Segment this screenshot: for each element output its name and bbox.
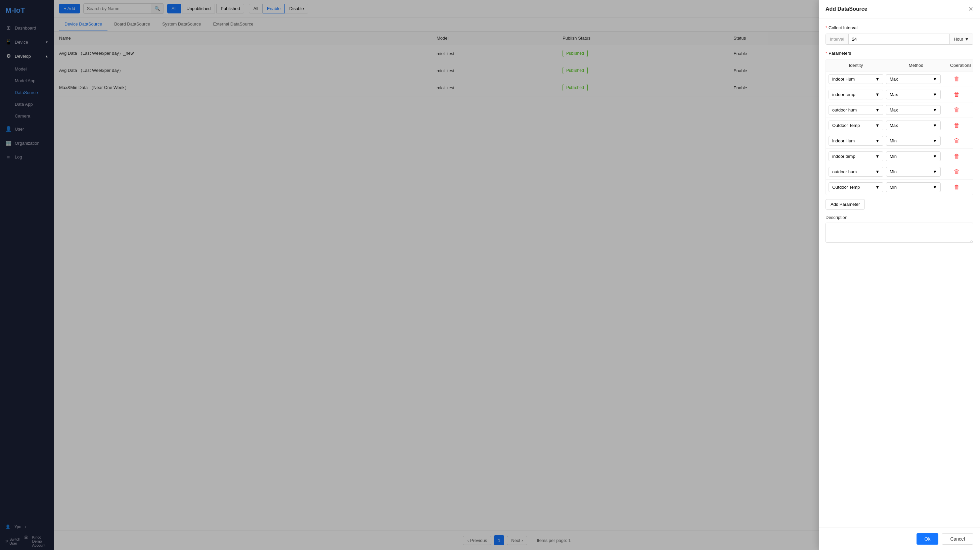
parameters-section: * Parameters [826, 51, 973, 56]
delete-param-button-1[interactable]: 🗑 [943, 91, 970, 98]
description-label: Description [826, 215, 973, 220]
method-select-7[interactable]: Min ▼ [886, 182, 941, 192]
identity-select-6[interactable]: outdoor hum ▼ [829, 167, 883, 176]
identity-select-7[interactable]: Outdoor Temp ▼ [829, 182, 883, 192]
chevron-down-icon: ▼ [964, 37, 969, 41]
chevron-down-icon: ▼ [875, 154, 880, 159]
method-col-header: Method [886, 59, 946, 71]
drawer-title: Add DataSource [826, 6, 867, 12]
chevron-down-icon: ▼ [875, 138, 880, 143]
identity-col-header: Identity [826, 59, 886, 71]
drawer-body: * Collect Interval Interval Hour ▼ * Par… [819, 19, 980, 528]
cancel-button[interactable]: Cancel [942, 533, 973, 545]
identity-select-2[interactable]: outdoor hum ▼ [829, 105, 883, 115]
chevron-down-icon: ▼ [875, 185, 880, 190]
interval-unit-select[interactable]: Hour ▼ [950, 34, 973, 45]
identity-select-0[interactable]: indoor Hum ▼ [829, 74, 883, 84]
param-row: Outdoor Temp ▼ Min ▼ 🗑 [826, 180, 973, 195]
method-select-0[interactable]: Max ▼ [886, 74, 941, 84]
param-row: outdoor hum ▼ Min ▼ 🗑 [826, 164, 973, 180]
interval-label: Interval [826, 34, 849, 45]
delete-param-button-7[interactable]: 🗑 [943, 184, 970, 191]
chevron-down-icon: ▼ [875, 169, 880, 174]
chevron-down-icon: ▼ [933, 107, 937, 113]
add-parameter-button[interactable]: Add Parameter [826, 199, 865, 210]
interval-unit-value: Hour [954, 37, 963, 41]
identity-select-5[interactable]: indoor temp ▼ [829, 151, 883, 161]
delete-param-button-5[interactable]: 🗑 [943, 153, 970, 160]
collect-interval-section: * Collect Interval [826, 25, 973, 30]
param-row: indoor Hum ▼ Min ▼ 🗑 [826, 133, 973, 149]
operations-col-header: Operations [946, 59, 973, 71]
ok-button[interactable]: Ok [916, 533, 939, 545]
identity-select-4[interactable]: indoor Hum ▼ [829, 136, 883, 146]
method-select-4[interactable]: Min ▼ [886, 136, 941, 146]
chevron-down-icon: ▼ [933, 92, 937, 97]
add-datasource-drawer: Add DataSource ✕ * Collect Interval Inte… [819, 0, 980, 550]
params-header: Identity Method Operations [826, 59, 973, 72]
collect-interval-label: Collect Interval [829, 25, 858, 30]
chevron-down-icon: ▼ [875, 123, 880, 128]
chevron-down-icon: ▼ [933, 138, 937, 143]
param-row: indoor temp ▼ Min ▼ 🗑 [826, 149, 973, 164]
method-select-5[interactable]: Min ▼ [886, 151, 941, 161]
interval-input[interactable] [849, 34, 950, 45]
drawer-header: Add DataSource ✕ [819, 0, 980, 19]
method-select-6[interactable]: Min ▼ [886, 167, 941, 176]
chevron-down-icon: ▼ [875, 92, 880, 97]
add-param-label: Add Parameter [830, 202, 860, 207]
collect-interval-row: Interval Hour ▼ [826, 33, 973, 45]
params-table: Identity Method Operations indoor Hum ▼ … [826, 59, 973, 195]
delete-param-button-3[interactable]: 🗑 [943, 122, 970, 129]
description-textarea[interactable] [826, 223, 973, 243]
parameters-label: Parameters [829, 51, 851, 56]
param-row: Outdoor Temp ▼ Max ▼ 🗑 [826, 118, 973, 133]
delete-param-button-0[interactable]: 🗑 [943, 76, 970, 83]
delete-param-button-6[interactable]: 🗑 [943, 168, 970, 175]
param-row: outdoor hum ▼ Max ▼ 🗑 [826, 102, 973, 118]
identity-select-3[interactable]: Outdoor Temp ▼ [829, 121, 883, 130]
drawer-footer: Ok Cancel [819, 528, 980, 550]
param-row: indoor temp ▼ Max ▼ 🗑 [826, 87, 973, 102]
chevron-down-icon: ▼ [933, 185, 937, 190]
chevron-down-icon: ▼ [933, 169, 937, 174]
method-select-2[interactable]: Max ▼ [886, 105, 941, 115]
delete-param-button-2[interactable]: 🗑 [943, 107, 970, 113]
close-button[interactable]: ✕ [968, 6, 973, 12]
chevron-down-icon: ▼ [933, 123, 937, 128]
chevron-down-icon: ▼ [875, 76, 880, 82]
delete-param-button-4[interactable]: 🗑 [943, 137, 970, 145]
param-row: indoor Hum ▼ Max ▼ 🗑 [826, 72, 973, 87]
chevron-down-icon: ▼ [875, 107, 880, 113]
identity-select-1[interactable]: indoor temp ▼ [829, 90, 883, 99]
chevron-down-icon: ▼ [933, 76, 937, 82]
method-select-3[interactable]: Max ▼ [886, 121, 941, 130]
method-select-1[interactable]: Max ▼ [886, 90, 941, 99]
chevron-down-icon: ▼ [933, 154, 937, 159]
